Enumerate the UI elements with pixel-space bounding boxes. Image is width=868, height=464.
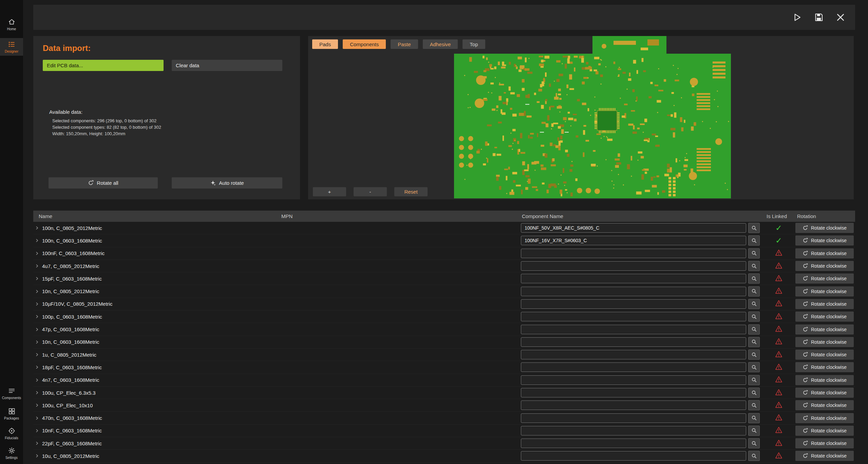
tab-components[interactable]: Components (343, 39, 386, 49)
expand-chevron-icon[interactable] (35, 276, 39, 281)
search-button[interactable] (748, 362, 760, 372)
rotate-clockwise-button[interactable]: Rotate clockwise (795, 337, 854, 347)
sidebar-item-packages[interactable]: Packages (0, 405, 23, 423)
rotate-all-button[interactable]: Rotate all (49, 177, 158, 189)
expand-chevron-icon[interactable] (35, 429, 39, 433)
expand-chevron-icon[interactable] (35, 340, 39, 344)
rotate-clockwise-button[interactable]: Rotate clockwise (795, 261, 854, 271)
component-name-input[interactable] (521, 287, 746, 296)
component-name-input[interactable] (521, 261, 746, 271)
rotate-clockwise-button[interactable]: Rotate clockwise (795, 426, 854, 436)
expand-chevron-icon[interactable] (35, 238, 39, 243)
search-button[interactable] (748, 286, 760, 297)
component-name-input[interactable] (521, 350, 746, 359)
rotate-clockwise-button[interactable]: Rotate clockwise (795, 248, 854, 258)
search-button[interactable] (748, 350, 760, 360)
rotate-clockwise-button[interactable]: Rotate clockwise (795, 400, 854, 410)
sidebar-item-fiducials[interactable]: Fiducials (0, 425, 23, 442)
rotate-clockwise-button[interactable]: Rotate clockwise (795, 350, 854, 360)
rotate-clockwise-button[interactable]: Rotate clockwise (795, 324, 854, 335)
component-name-input[interactable] (521, 299, 746, 309)
sidebar-item-home[interactable]: Home (0, 16, 23, 33)
close-button[interactable] (834, 11, 847, 24)
expand-chevron-icon[interactable] (35, 416, 39, 420)
search-button[interactable] (748, 248, 760, 258)
save-button[interactable] (812, 11, 825, 24)
component-name-input[interactable] (521, 249, 746, 258)
tab-paste[interactable]: Paste (391, 39, 418, 49)
search-button[interactable] (748, 400, 760, 410)
tab-pads[interactable]: Pads (312, 39, 338, 49)
rotate-clockwise-button[interactable]: Rotate clockwise (795, 299, 854, 309)
search-button[interactable] (748, 388, 760, 398)
component-name-input[interactable] (521, 362, 746, 372)
reset-view-button[interactable]: Reset (394, 187, 428, 196)
auto-rotate-button[interactable]: Auto rotate (172, 177, 282, 189)
edit-pcb-data-button[interactable]: Edit PCB data... (43, 60, 164, 71)
search-button[interactable] (748, 426, 760, 436)
expand-chevron-icon[interactable] (35, 454, 39, 458)
search-button[interactable] (748, 337, 760, 347)
tab-top[interactable]: Top (463, 39, 485, 49)
search-button[interactable] (748, 223, 760, 233)
expand-chevron-icon[interactable] (35, 365, 39, 369)
pcb-canvas[interactable] (308, 36, 854, 199)
component-name-input[interactable] (521, 439, 746, 448)
rotate-clockwise-button[interactable]: Rotate clockwise (795, 375, 854, 385)
sidebar-item-settings[interactable]: Settings (0, 444, 23, 462)
expand-chevron-icon[interactable] (35, 264, 39, 268)
expand-chevron-icon[interactable] (35, 315, 39, 319)
expand-chevron-icon[interactable] (35, 302, 39, 306)
search-button[interactable] (748, 438, 760, 448)
expand-chevron-icon[interactable] (35, 289, 39, 293)
search-button[interactable] (748, 451, 760, 461)
component-name-input[interactable] (521, 325, 746, 334)
rotate-clockwise-button[interactable]: Rotate clockwise (795, 273, 854, 284)
rotate-clockwise-button[interactable]: Rotate clockwise (795, 311, 854, 322)
expand-chevron-icon[interactable] (35, 378, 39, 382)
sidebar-item-components[interactable]: Components (0, 385, 23, 402)
zoom-in-button[interactable]: + (313, 187, 346, 196)
rotate-clockwise-button[interactable]: Rotate clockwise (795, 223, 854, 233)
expand-chevron-icon[interactable] (35, 353, 39, 357)
search-button[interactable] (748, 311, 760, 322)
expand-chevron-icon[interactable] (35, 441, 39, 445)
rotate-clockwise-button[interactable]: Rotate clockwise (795, 413, 854, 423)
component-name-input[interactable] (521, 337, 746, 347)
search-button[interactable] (748, 375, 760, 385)
search-button[interactable] (748, 299, 760, 309)
rotate-clockwise-button[interactable]: Rotate clockwise (795, 235, 854, 246)
expand-chevron-icon[interactable] (35, 403, 39, 407)
expand-chevron-icon[interactable] (35, 391, 39, 395)
rotate-clockwise-button[interactable]: Rotate clockwise (795, 362, 854, 372)
component-name-input[interactable] (521, 375, 746, 385)
expand-chevron-icon[interactable] (35, 327, 39, 332)
search-button[interactable] (748, 235, 760, 246)
rotate-clockwise-button[interactable]: Rotate clockwise (795, 438, 854, 448)
component-name-input[interactable] (521, 388, 746, 397)
rotate-icon (803, 251, 808, 256)
component-name-input[interactable] (521, 413, 746, 423)
component-name-input[interactable] (521, 426, 746, 435)
clear-data-button[interactable]: Clear data (172, 60, 282, 71)
expand-chevron-icon[interactable] (35, 251, 39, 255)
component-name-input[interactable] (521, 236, 746, 245)
search-button[interactable] (748, 261, 760, 271)
component-name-input[interactable] (521, 400, 746, 410)
play-button[interactable] (791, 11, 804, 24)
zoom-out-button[interactable]: - (354, 187, 387, 196)
component-name-input[interactable] (521, 274, 746, 283)
table-row: 10n, C_0805_2012Metric ✓ Rotate clockwis… (33, 285, 855, 298)
rotate-clockwise-button[interactable]: Rotate clockwise (795, 451, 854, 461)
tab-adhesive[interactable]: Adhesive (423, 39, 458, 49)
rotate-clockwise-button[interactable]: Rotate clockwise (795, 388, 854, 398)
component-name-input[interactable] (521, 312, 746, 321)
search-button[interactable] (748, 324, 760, 335)
rotate-clockwise-button[interactable]: Rotate clockwise (795, 286, 854, 297)
component-name-input[interactable] (521, 451, 746, 461)
search-button[interactable] (748, 273, 760, 284)
sidebar-item-designer[interactable]: Designer (0, 38, 23, 56)
search-button[interactable] (748, 413, 760, 423)
expand-chevron-icon[interactable] (35, 226, 39, 230)
component-name-input[interactable] (521, 223, 746, 233)
